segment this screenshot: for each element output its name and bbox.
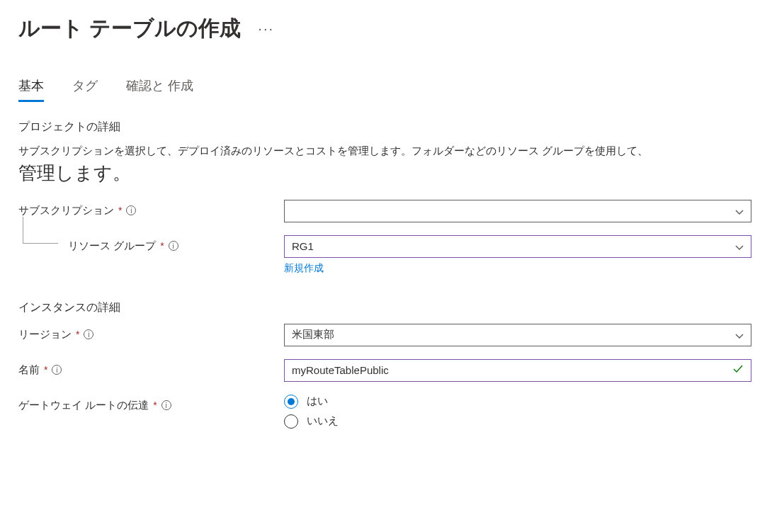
radio-dot xyxy=(288,398,295,405)
name-label: 名前 * i xyxy=(18,359,284,377)
gateway-radio-yes[interactable]: はい xyxy=(284,395,751,409)
radio-circle xyxy=(284,395,298,409)
info-icon[interactable]: i xyxy=(161,400,171,410)
chevron-down-icon xyxy=(735,242,744,251)
required-indicator: * xyxy=(118,205,122,216)
gateway-radio-group: はい いいえ xyxy=(284,395,751,429)
subscription-label: サブスクリプション * i xyxy=(18,200,284,217)
radio-circle xyxy=(284,414,298,429)
project-description-large: 管理します。 xyxy=(18,161,754,186)
create-new-link[interactable]: 新規作成 xyxy=(284,262,324,275)
gateway-radio-no[interactable]: いいえ xyxy=(284,414,751,429)
chevron-down-icon xyxy=(735,331,744,339)
info-icon[interactable]: i xyxy=(52,365,62,375)
gateway-label: ゲートウェイ ルートの伝達 * i xyxy=(18,395,284,412)
name-value: myRouteTablePublic xyxy=(292,364,389,376)
required-indicator: * xyxy=(160,240,164,251)
gateway-label-text: ゲートウェイ ルートの伝達 xyxy=(18,399,149,412)
instance-details-header: インスタンスの詳細 xyxy=(18,300,754,315)
tab-tags[interactable]: タグ xyxy=(72,77,98,102)
gateway-no-label: いいえ xyxy=(307,414,339,428)
project-description: サブスクリプションを選択して、デプロイ済みのリソースとコストを管理します。フォル… xyxy=(18,143,754,159)
more-menu-icon[interactable]: ··· xyxy=(258,21,274,37)
resource-group-dropdown[interactable]: RG1 xyxy=(284,235,751,258)
required-indicator: * xyxy=(76,329,79,340)
required-indicator: * xyxy=(153,400,157,411)
region-label-text: リージョン xyxy=(18,328,72,341)
region-label: リージョン * i xyxy=(18,324,284,341)
gateway-yes-label: はい xyxy=(307,395,328,408)
checkmark-icon xyxy=(732,363,744,378)
tab-review-create[interactable]: 確認と 作成 xyxy=(126,77,193,102)
chevron-down-icon xyxy=(735,207,744,215)
tabs: 基本 タグ 確認と 作成 xyxy=(18,77,754,103)
info-icon[interactable]: i xyxy=(84,329,93,339)
resource-group-value: RG1 xyxy=(292,240,314,252)
name-label-text: 名前 xyxy=(18,363,40,377)
resource-group-label-text: リソース グループ xyxy=(68,239,156,253)
region-dropdown[interactable]: 米国東部 xyxy=(284,324,751,346)
required-indicator: * xyxy=(44,364,47,375)
project-details-header: プロジェクトの詳細 xyxy=(18,120,754,135)
page-title: ルート テーブルの作成 xyxy=(18,14,241,43)
tab-basic[interactable]: 基本 xyxy=(18,77,44,102)
name-input[interactable]: myRouteTablePublic xyxy=(284,359,751,382)
indent-line xyxy=(23,217,58,244)
info-icon[interactable]: i xyxy=(169,241,178,251)
subscription-dropdown[interactable] xyxy=(284,200,751,222)
resource-group-label: リソース グループ * i xyxy=(18,235,284,253)
region-value: 米国東部 xyxy=(292,328,334,341)
info-icon[interactable]: i xyxy=(126,205,136,215)
subscription-label-text: サブスクリプション xyxy=(18,204,114,217)
